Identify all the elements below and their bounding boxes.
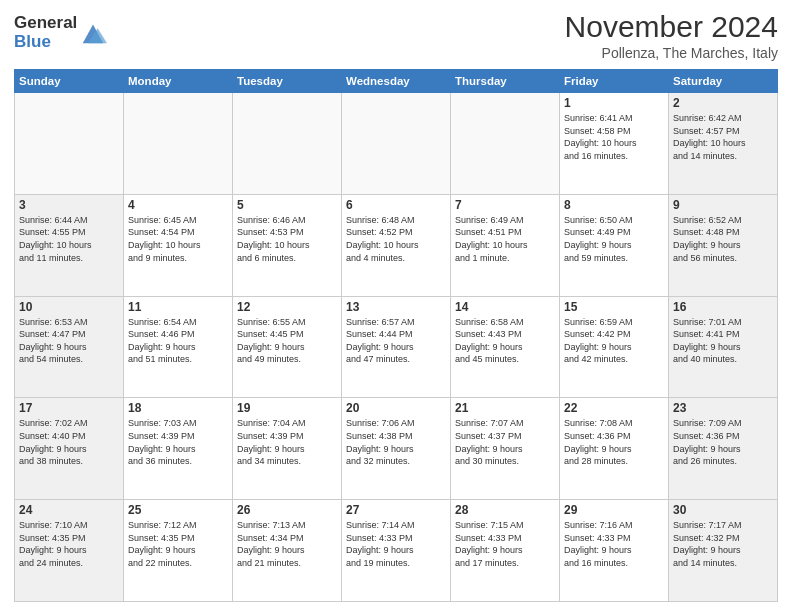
calendar-cell: 30Sunrise: 7:17 AM Sunset: 4:32 PM Dayli…: [669, 500, 778, 602]
top-section: General Blue November 2024 Pollenza, The…: [14, 10, 778, 61]
day-number: 16: [673, 300, 773, 314]
calendar-cell: 1Sunrise: 6:41 AM Sunset: 4:58 PM Daylig…: [560, 93, 669, 195]
calendar-week-1: 1Sunrise: 6:41 AM Sunset: 4:58 PM Daylig…: [15, 93, 778, 195]
calendar-week-3: 10Sunrise: 6:53 AM Sunset: 4:47 PM Dayli…: [15, 296, 778, 398]
calendar-cell: 29Sunrise: 7:16 AM Sunset: 4:33 PM Dayli…: [560, 500, 669, 602]
day-number: 25: [128, 503, 228, 517]
calendar-cell: 10Sunrise: 6:53 AM Sunset: 4:47 PM Dayli…: [15, 296, 124, 398]
day-info: Sunrise: 6:57 AM Sunset: 4:44 PM Dayligh…: [346, 316, 446, 366]
calendar-cell: 27Sunrise: 7:14 AM Sunset: 4:33 PM Dayli…: [342, 500, 451, 602]
day-info: Sunrise: 6:41 AM Sunset: 4:58 PM Dayligh…: [564, 112, 664, 162]
logo-icon: [79, 19, 107, 47]
day-number: 7: [455, 198, 555, 212]
day-info: Sunrise: 7:06 AM Sunset: 4:38 PM Dayligh…: [346, 417, 446, 467]
calendar-cell: 9Sunrise: 6:52 AM Sunset: 4:48 PM Daylig…: [669, 194, 778, 296]
day-number: 2: [673, 96, 773, 110]
day-number: 27: [346, 503, 446, 517]
day-info: Sunrise: 7:16 AM Sunset: 4:33 PM Dayligh…: [564, 519, 664, 569]
calendar-cell: 2Sunrise: 6:42 AM Sunset: 4:57 PM Daylig…: [669, 93, 778, 195]
day-info: Sunrise: 6:46 AM Sunset: 4:53 PM Dayligh…: [237, 214, 337, 264]
calendar-cell: 12Sunrise: 6:55 AM Sunset: 4:45 PM Dayli…: [233, 296, 342, 398]
calendar-cell: 22Sunrise: 7:08 AM Sunset: 4:36 PM Dayli…: [560, 398, 669, 500]
day-number: 5: [237, 198, 337, 212]
day-number: 3: [19, 198, 119, 212]
calendar-cell: 17Sunrise: 7:02 AM Sunset: 4:40 PM Dayli…: [15, 398, 124, 500]
calendar-cell: 19Sunrise: 7:04 AM Sunset: 4:39 PM Dayli…: [233, 398, 342, 500]
day-number: 29: [564, 503, 664, 517]
day-info: Sunrise: 6:50 AM Sunset: 4:49 PM Dayligh…: [564, 214, 664, 264]
logo: General Blue: [14, 14, 107, 51]
day-number: 4: [128, 198, 228, 212]
day-info: Sunrise: 6:55 AM Sunset: 4:45 PM Dayligh…: [237, 316, 337, 366]
calendar-body: 1Sunrise: 6:41 AM Sunset: 4:58 PM Daylig…: [15, 93, 778, 602]
day-info: Sunrise: 6:59 AM Sunset: 4:42 PM Dayligh…: [564, 316, 664, 366]
calendar-week-5: 24Sunrise: 7:10 AM Sunset: 4:35 PM Dayli…: [15, 500, 778, 602]
day-info: Sunrise: 6:45 AM Sunset: 4:54 PM Dayligh…: [128, 214, 228, 264]
calendar-table: Sunday Monday Tuesday Wednesday Thursday…: [14, 69, 778, 602]
page: General Blue November 2024 Pollenza, The…: [0, 0, 792, 612]
calendar-cell: 8Sunrise: 6:50 AM Sunset: 4:49 PM Daylig…: [560, 194, 669, 296]
day-info: Sunrise: 6:53 AM Sunset: 4:47 PM Dayligh…: [19, 316, 119, 366]
calendar-cell: 28Sunrise: 7:15 AM Sunset: 4:33 PM Dayli…: [451, 500, 560, 602]
calendar-cell: [124, 93, 233, 195]
day-number: 20: [346, 401, 446, 415]
day-info: Sunrise: 7:15 AM Sunset: 4:33 PM Dayligh…: [455, 519, 555, 569]
calendar-header: Sunday Monday Tuesday Wednesday Thursday…: [15, 70, 778, 93]
location: Pollenza, The Marches, Italy: [565, 45, 778, 61]
day-info: Sunrise: 7:07 AM Sunset: 4:37 PM Dayligh…: [455, 417, 555, 467]
day-number: 12: [237, 300, 337, 314]
day-number: 26: [237, 503, 337, 517]
day-info: Sunrise: 6:49 AM Sunset: 4:51 PM Dayligh…: [455, 214, 555, 264]
col-sunday: Sunday: [15, 70, 124, 93]
day-number: 1: [564, 96, 664, 110]
calendar-cell: 16Sunrise: 7:01 AM Sunset: 4:41 PM Dayli…: [669, 296, 778, 398]
day-number: 17: [19, 401, 119, 415]
day-number: 15: [564, 300, 664, 314]
day-info: Sunrise: 6:48 AM Sunset: 4:52 PM Dayligh…: [346, 214, 446, 264]
day-info: Sunrise: 7:03 AM Sunset: 4:39 PM Dayligh…: [128, 417, 228, 467]
calendar-cell: 11Sunrise: 6:54 AM Sunset: 4:46 PM Dayli…: [124, 296, 233, 398]
calendar-cell: 7Sunrise: 6:49 AM Sunset: 4:51 PM Daylig…: [451, 194, 560, 296]
calendar-cell: 25Sunrise: 7:12 AM Sunset: 4:35 PM Dayli…: [124, 500, 233, 602]
day-number: 18: [128, 401, 228, 415]
day-info: Sunrise: 7:10 AM Sunset: 4:35 PM Dayligh…: [19, 519, 119, 569]
day-info: Sunrise: 6:54 AM Sunset: 4:46 PM Dayligh…: [128, 316, 228, 366]
calendar-cell: 15Sunrise: 6:59 AM Sunset: 4:42 PM Dayli…: [560, 296, 669, 398]
calendar-cell: 21Sunrise: 7:07 AM Sunset: 4:37 PM Dayli…: [451, 398, 560, 500]
col-thursday: Thursday: [451, 70, 560, 93]
day-info: Sunrise: 6:44 AM Sunset: 4:55 PM Dayligh…: [19, 214, 119, 264]
day-number: 19: [237, 401, 337, 415]
calendar-week-2: 3Sunrise: 6:44 AM Sunset: 4:55 PM Daylig…: [15, 194, 778, 296]
header-row: Sunday Monday Tuesday Wednesday Thursday…: [15, 70, 778, 93]
title-section: November 2024 Pollenza, The Marches, Ita…: [565, 10, 778, 61]
day-number: 8: [564, 198, 664, 212]
day-number: 10: [19, 300, 119, 314]
calendar-cell: 14Sunrise: 6:58 AM Sunset: 4:43 PM Dayli…: [451, 296, 560, 398]
day-number: 21: [455, 401, 555, 415]
col-saturday: Saturday: [669, 70, 778, 93]
calendar-cell: [451, 93, 560, 195]
month-title: November 2024: [565, 10, 778, 43]
day-number: 14: [455, 300, 555, 314]
day-number: 24: [19, 503, 119, 517]
calendar-week-4: 17Sunrise: 7:02 AM Sunset: 4:40 PM Dayli…: [15, 398, 778, 500]
calendar-cell: 18Sunrise: 7:03 AM Sunset: 4:39 PM Dayli…: [124, 398, 233, 500]
calendar-cell: 3Sunrise: 6:44 AM Sunset: 4:55 PM Daylig…: [15, 194, 124, 296]
day-number: 28: [455, 503, 555, 517]
day-info: Sunrise: 7:14 AM Sunset: 4:33 PM Dayligh…: [346, 519, 446, 569]
logo-text: General Blue: [14, 14, 77, 51]
calendar-cell: 6Sunrise: 6:48 AM Sunset: 4:52 PM Daylig…: [342, 194, 451, 296]
calendar-cell: [233, 93, 342, 195]
calendar-cell: 23Sunrise: 7:09 AM Sunset: 4:36 PM Dayli…: [669, 398, 778, 500]
day-number: 23: [673, 401, 773, 415]
day-info: Sunrise: 6:58 AM Sunset: 4:43 PM Dayligh…: [455, 316, 555, 366]
col-monday: Monday: [124, 70, 233, 93]
day-info: Sunrise: 7:08 AM Sunset: 4:36 PM Dayligh…: [564, 417, 664, 467]
calendar-cell: 26Sunrise: 7:13 AM Sunset: 4:34 PM Dayli…: [233, 500, 342, 602]
calendar-cell: 13Sunrise: 6:57 AM Sunset: 4:44 PM Dayli…: [342, 296, 451, 398]
col-wednesday: Wednesday: [342, 70, 451, 93]
logo-general: General: [14, 14, 77, 33]
calendar-cell: 4Sunrise: 6:45 AM Sunset: 4:54 PM Daylig…: [124, 194, 233, 296]
day-number: 9: [673, 198, 773, 212]
day-info: Sunrise: 7:13 AM Sunset: 4:34 PM Dayligh…: [237, 519, 337, 569]
